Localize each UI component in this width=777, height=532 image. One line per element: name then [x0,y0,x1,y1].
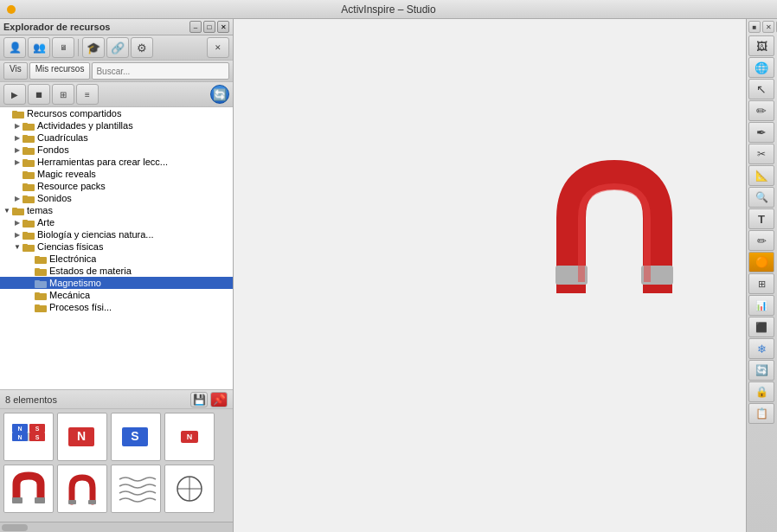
bottom-scrollbar[interactable] [0,522,233,532]
scroll-thumb[interactable] [2,524,28,531]
tree-item-tools[interactable]: ▶ Herramientas para crear lecc... [0,156,233,168]
thumb-field-lines[interactable] [111,465,161,513]
svg-rect-29 [35,280,40,282]
play-button[interactable]: ▶ [3,84,26,105]
thumb-n-small[interactable]: N [164,413,215,461]
arrow-processes[interactable] [24,302,35,312]
arrow-activities[interactable]: ▶ [12,120,22,131]
arrow-backgrounds[interactable]: ▶ [12,144,22,155]
rt-select-btn[interactable]: ↖ [748,79,774,99]
svg-rect-49 [12,497,22,503]
tree-item-art[interactable]: ▶ Arte [0,216,233,228]
tree-item-grids[interactable]: ▶ Cuadrículas [0,131,233,144]
rt-pen-btn[interactable]: ✏ [748,100,774,121]
rt-scissors-btn[interactable]: ✂ [748,144,774,164]
arrow-magic[interactable] [12,169,22,179]
rt-x-btn[interactable]: ✕ [762,21,774,33]
rt-rotate-btn[interactable]: 🔄 [748,360,774,381]
status-save-button[interactable]: 💾 [190,392,208,407]
tab-vis[interactable]: Vis [3,62,28,80]
search-input[interactable] [92,62,229,80]
tree-item-physics[interactable]: ▼ Ciencias físicas [0,240,233,253]
right-toolbar-header: ■ ✕ ■ [748,21,775,33]
folder-icon-electronics [35,254,47,264]
tree-item-mechanics[interactable]: Mecánica [0,289,233,301]
stop-button[interactable]: ⏹ [28,84,50,105]
thumb-horseshoe-red[interactable] [3,465,54,513]
label-themes: temas [27,205,53,215]
dot-orange[interactable] [7,5,16,14]
rt-fill-btn[interactable]: 🟠 [748,252,774,272]
rt-chart-btn[interactable]: 📊 [748,295,774,316]
tree-item-themes[interactable]: ▼ temas [0,204,233,216]
link-button[interactable]: 🔗 [106,37,129,58]
thumb-n-label[interactable]: N [57,413,107,461]
thumb-s-label[interactable]: S [111,413,161,461]
explorer-window-controls[interactable]: – □ ✕ [189,21,229,33]
folder-icon-activities [22,121,35,131]
arrow-resource-packs[interactable] [12,181,22,191]
arrow-mechanics[interactable] [24,290,35,300]
rt-eraser-btn[interactable]: ✏ [748,230,774,251]
arrow-electronics[interactable] [24,253,35,264]
tree-item-processes[interactable]: Procesos físi... [0,301,233,313]
status-pin-button[interactable]: 📌 [210,392,228,407]
rt-pen2-btn[interactable]: ✒ [748,122,774,143]
arrow-themes[interactable]: ▼ [2,205,12,215]
refresh-button[interactable]: 🔄 [210,85,229,104]
tree-item-magic[interactable]: Magic reveals [0,168,233,180]
arrow-tools[interactable]: ▶ [12,157,22,167]
thumb-magnet-bars[interactable]: N S N S [3,413,54,461]
tree-item-activities[interactable]: ▶ Actividades y plantillas [0,119,233,131]
explorer-minimize-btn[interactable]: – [189,21,202,33]
explorer-close-btn[interactable]: ✕ [217,21,229,33]
tree-item-electronics[interactable]: Electrónica [0,253,233,265]
arrow-biology[interactable]: ▶ [12,229,22,240]
arrow-sounds[interactable]: ▶ [12,193,22,203]
arrow-states[interactable] [24,266,35,276]
tree-item-biology[interactable]: ▶ Biología y ciencias natura... [0,228,233,240]
folder-icon-tools [22,157,35,167]
tree-item-resource-packs[interactable]: Resource packs [0,180,233,192]
users-button[interactable]: 👥 [28,37,50,58]
list-view-button[interactable]: ≡ [76,84,99,105]
rt-lock-btn[interactable]: 🔒 [748,381,774,402]
window-controls[interactable] [7,5,19,14]
arrow-physics[interactable]: ▼ [12,241,22,252]
canvas-area[interactable] [234,19,746,532]
tree-item-states[interactable]: Estados de materia [0,265,233,277]
thumb-horseshoe-small[interactable] [57,465,107,513]
status-icons[interactable]: 💾 📌 [190,392,228,407]
explorer-maximize-btn[interactable]: □ [203,21,215,33]
tree-item-magnetism[interactable]: Magnetismo [0,277,233,289]
arrow-grids[interactable]: ▶ [12,132,22,143]
rt-snowflake-btn[interactable]: ❄ [748,338,774,359]
arrow-art[interactable]: ▶ [12,217,22,228]
rt-ruler-btn[interactable]: 📐 [748,165,774,186]
arrow-shared[interactable] [2,108,12,119]
tab-mis-recursos[interactable]: Mis recursos [29,62,91,80]
settings-button[interactable]: ⚙ [131,37,153,58]
rt-clipboard-btn[interactable]: 📋 [748,403,774,424]
rt-zoom-btn[interactable]: 🔍 [748,187,774,208]
tree-item-backgrounds[interactable]: ▶ Fondos [0,144,233,156]
display-button[interactable]: 🖥 [52,37,74,58]
hat-button[interactable]: 🎓 [82,37,105,58]
rt-image-btn[interactable]: 🖼 [748,35,774,56]
label-electronics: Electrónica [49,253,96,264]
folder-icon-shared [12,109,24,119]
svg-rect-21 [22,232,28,234]
rt-web-btn[interactable]: 🌐 [748,57,774,78]
user-button[interactable]: 👤 [3,37,26,58]
grid-view-button[interactable]: ⊞ [52,84,74,105]
close-panel-button[interactable]: ✕ [207,37,229,58]
arrow-magnetism[interactable] [24,278,35,288]
rt-shapes-btn[interactable]: ⬛ [748,317,774,337]
tree-item-shared[interactable]: Recursos compartidos [0,107,233,119]
rt-close-btn[interactable]: ■ [748,21,761,33]
resource-tree[interactable]: Recursos compartidos ▶ Actividades y pla… [0,107,233,390]
rt-grid-btn[interactable]: ⊞ [748,273,774,294]
rt-text-btn[interactable]: T [748,208,774,229]
tree-item-sounds[interactable]: ▶ Sonidos [0,192,233,204]
thumb-compass[interactable] [164,465,215,513]
